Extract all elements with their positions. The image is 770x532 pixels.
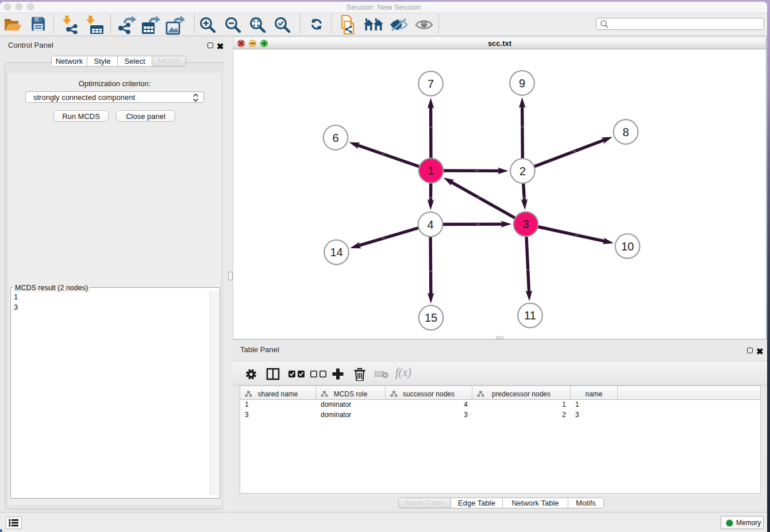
svg-text:15: 15	[425, 311, 437, 324]
svg-text:14: 14	[330, 246, 342, 259]
svg-text:10: 10	[621, 240, 634, 253]
svg-text:2: 2	[519, 165, 526, 178]
svg-text:9: 9	[519, 77, 525, 90]
svg-text:3: 3	[522, 218, 529, 230]
svg-text:11: 11	[524, 309, 536, 322]
svg-text:7: 7	[428, 78, 434, 90]
svg-text:8: 8	[622, 126, 629, 138]
svg-text:4: 4	[427, 218, 433, 231]
svg-text:6: 6	[332, 132, 338, 144]
svg-text:1: 1	[428, 164, 434, 177]
